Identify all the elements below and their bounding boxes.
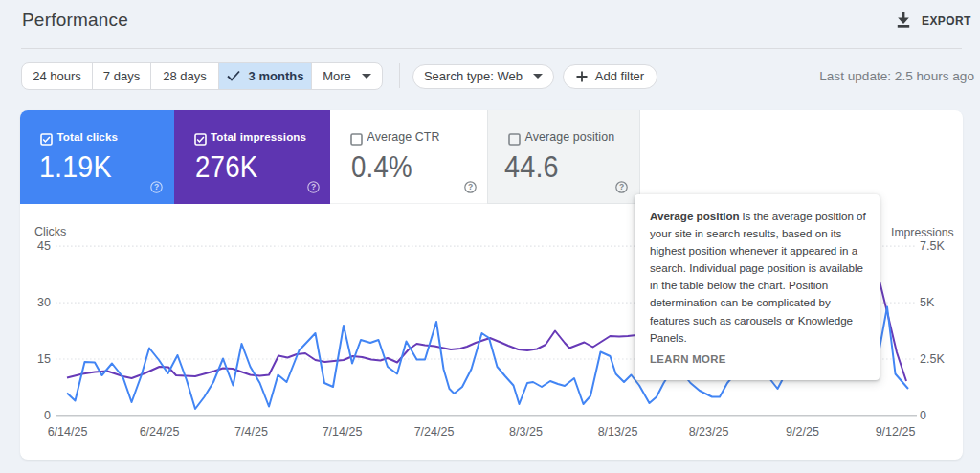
svg-text:?: ? [467,182,472,191]
svg-text:?: ? [154,182,159,191]
svg-text:?: ? [310,182,315,191]
svg-text:?: ? [619,182,624,191]
